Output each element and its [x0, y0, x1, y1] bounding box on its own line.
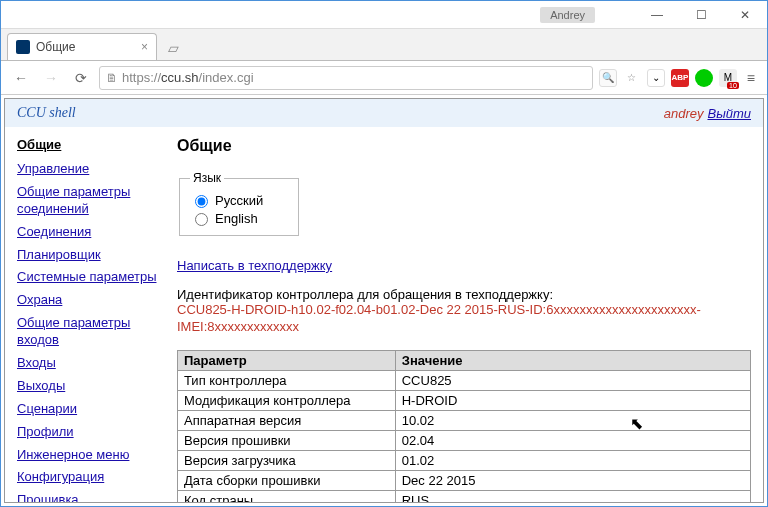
table-row: Аппаратная версия10.02 [178, 410, 751, 430]
page-content: CCU shell andrey Выйти Общие УправлениеО… [4, 98, 764, 503]
back-button[interactable]: ← [9, 66, 33, 90]
favicon-icon [16, 40, 30, 54]
sidebar-item[interactable]: Входы [17, 352, 167, 375]
browser-menu-icon[interactable]: ≡ [743, 70, 759, 86]
table-row: Дата сборки прошивкиDec 22 2015 [178, 470, 751, 490]
table-cell-value: CCU825 [395, 370, 750, 390]
header-user: andrey [664, 106, 704, 121]
url-text: https://ccu.sh/index.cgi [122, 70, 254, 85]
address-bar: ← → ⟳ 🗎 https://ccu.sh/index.cgi 🔍 ☆ ⌄ A… [1, 61, 767, 95]
table-cell-value: 02.04 [395, 430, 750, 450]
table-header-value: Значение [395, 350, 750, 370]
table-cell-param: Код страны [178, 490, 396, 503]
window-maximize-button[interactable]: ☐ [679, 1, 723, 29]
sidebar-item[interactable]: Управление [17, 158, 167, 181]
logout-link[interactable]: Выйти [707, 106, 751, 121]
tab-strip: Общие × ▱ [1, 29, 767, 61]
sidebar-item[interactable]: Прошивка [17, 489, 167, 503]
window-close-button[interactable]: ✕ [723, 1, 767, 29]
table-cell-value: 10.02 [395, 410, 750, 430]
table-row: Версия загрузчика01.02 [178, 450, 751, 470]
sidebar-item[interactable]: Общие параметры входов [17, 312, 167, 352]
sidebar-item[interactable]: Охрана [17, 289, 167, 312]
sidebar-item[interactable]: Системные параметры [17, 266, 167, 289]
page-info-icon[interactable]: 🗎 [106, 71, 118, 85]
window-title-bar: Andrey — ☐ ✕ [1, 1, 767, 29]
language-legend: Язык [190, 171, 224, 185]
search-icon[interactable]: 🔍 [599, 69, 617, 87]
radio-ru-label: Русский [215, 193, 263, 208]
sidebar-item[interactable]: Общие параметры соединений [17, 181, 167, 221]
page-header: CCU shell andrey Выйти [5, 99, 763, 127]
sidebar-item[interactable]: Планировщик [17, 244, 167, 267]
new-tab-button[interactable]: ▱ [161, 36, 185, 60]
table-cell-value: H-DROID [395, 390, 750, 410]
table-cell-param: Версия загрузчика [178, 450, 396, 470]
params-table: Параметр Значение Тип контроллераCCU825М… [177, 350, 751, 503]
language-fieldset: Язык Русский English [179, 171, 299, 236]
gmail-extension-icon[interactable]: M [719, 69, 737, 87]
tab-title: Общие [36, 40, 135, 54]
page-title: Общие [177, 137, 751, 155]
radio-ru-input[interactable] [195, 195, 208, 208]
sidebar-item[interactable]: Сценарии [17, 398, 167, 421]
main-panel: Общие Язык Русский English Написать в те… [177, 135, 751, 503]
shell-name: CCU shell [17, 105, 76, 121]
table-row: Код страныRUS [178, 490, 751, 503]
table-header-param: Параметр [178, 350, 396, 370]
table-cell-param: Версия прошивки [178, 430, 396, 450]
extension-icon[interactable] [695, 69, 713, 87]
table-row: Версия прошивки02.04 [178, 430, 751, 450]
support-link[interactable]: Написать в техподдержку [177, 258, 332, 273]
forward-button[interactable]: → [39, 66, 63, 90]
identifier-label: Идентификатор контроллера для обращения … [177, 287, 751, 302]
adblock-extension-icon[interactable]: ABP [671, 69, 689, 87]
sidebar-item[interactable]: Конфигурация [17, 466, 167, 489]
table-cell-param: Модификация контроллера [178, 390, 396, 410]
sidebar-item[interactable]: Выходы [17, 375, 167, 398]
language-radio-ru[interactable]: Русский [190, 191, 288, 209]
sidebar: Общие УправлениеОбщие параметры соединен… [17, 135, 167, 503]
url-input[interactable]: 🗎 https://ccu.sh/index.cgi [99, 66, 593, 90]
window-minimize-button[interactable]: — [635, 1, 679, 29]
table-row: Тип контроллераCCU825 [178, 370, 751, 390]
tab-close-icon[interactable]: × [141, 40, 148, 54]
sidebar-item[interactable]: Инженерное меню [17, 444, 167, 467]
sidebar-active-item[interactable]: Общие [17, 135, 167, 158]
table-cell-param: Тип контроллера [178, 370, 396, 390]
browser-tab[interactable]: Общие × [7, 33, 157, 60]
table-row: Модификация контроллераH-DROID [178, 390, 751, 410]
table-cell-param: Дата сборки прошивки [178, 470, 396, 490]
reload-button[interactable]: ⟳ [69, 66, 93, 90]
pocket-extension-icon[interactable]: ⌄ [647, 69, 665, 87]
radio-en-input[interactable] [195, 213, 208, 226]
radio-en-label: English [215, 211, 258, 226]
language-radio-en[interactable]: English [190, 209, 288, 227]
bookmark-icon[interactable]: ☆ [623, 69, 641, 87]
table-cell-value: RUS [395, 490, 750, 503]
identifier-value: CCU825-H-DROID-h10.02-f02.04-b01.02-Dec … [177, 302, 751, 336]
table-cell-value: 01.02 [395, 450, 750, 470]
sidebar-item[interactable]: Профили [17, 421, 167, 444]
table-cell-value: Dec 22 2015 [395, 470, 750, 490]
table-cell-param: Аппаратная версия [178, 410, 396, 430]
window-user-tag: Andrey [540, 7, 595, 23]
sidebar-item[interactable]: Соединения [17, 221, 167, 244]
